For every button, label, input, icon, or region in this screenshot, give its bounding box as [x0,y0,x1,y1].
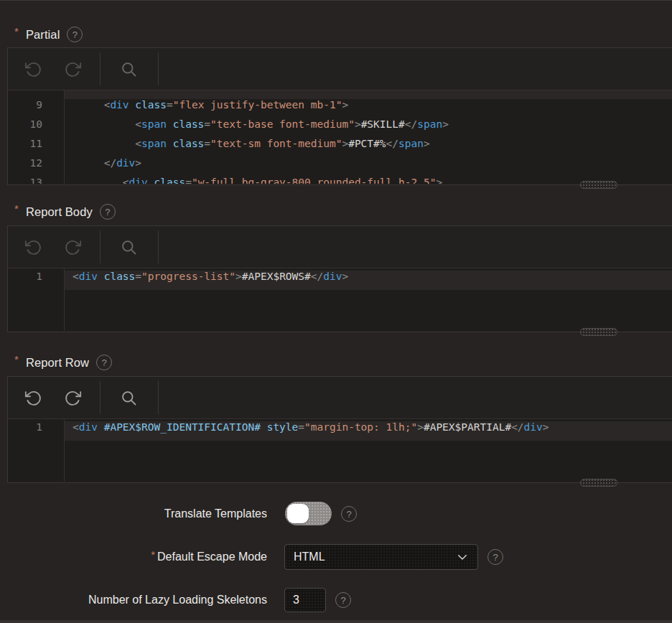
redo-button[interactable] [63,60,83,79]
line-number-gutter: 1 [8,419,65,482]
report-row-label-text: Report Row [26,356,89,370]
report-row-field-label: *Report Row ? [14,355,112,370]
redo-icon [63,388,83,408]
search-icon [119,388,139,408]
code-content[interactable]: {else/} <div class="flex justify-between… [65,90,672,184]
undo-icon [24,238,43,257]
toolbar-divider [100,381,101,414]
code-line[interactable]: </div> [65,157,672,177]
lazy-skeletons-help-button[interactable]: ? [335,592,351,608]
editor-toolbar [8,377,672,419]
redo-icon [63,238,83,257]
search-icon [119,60,139,79]
line-number: 1 [8,421,64,441]
required-marker: * [14,25,19,37]
report-body-help-button[interactable]: ? [100,204,116,220]
default-escape-mode-label-text: Default Escape Mode [157,551,267,563]
search-button[interactable] [119,238,139,257]
line-number-gutter: 1 [8,268,65,331]
report-body-field-label: *Report Body ? [14,204,116,220]
code-line[interactable]: <span class="text-sm font-medium">#PCT#%… [65,138,672,157]
undo-icon [24,60,43,79]
editor-resize-handle[interactable] [580,479,617,487]
search-icon [119,238,139,257]
required-marker: * [151,548,155,561]
redo-icon [63,60,83,79]
code-area[interactable]: 8910111213 {else/} <div class="flex just… [8,90,672,184]
editor-toolbar [8,226,672,268]
line-number: 10 [8,118,64,138]
default-escape-mode-select[interactable]: HTML [284,544,478,570]
toolbar-divider [100,230,101,263]
help-icon: ? [105,207,110,217]
help-icon: ? [346,510,351,519]
editor-toolbar [8,48,672,90]
toolbar-divider [158,52,159,85]
line-number: 13 [8,177,64,184]
redo-button[interactable] [63,238,83,257]
undo-button[interactable] [24,238,43,257]
template-editor-panel: *Partial ? 8910111213 {else/} <div class… [0,0,672,623]
toggle-knob [287,504,309,523]
partial-label-text: Partial [26,28,60,42]
report-row-code-editor: 1 <div #APEX$ROW_IDENTIFICATION# style="… [7,376,672,483]
search-button[interactable] [119,60,139,79]
line-number: 11 [8,138,64,157]
report-row-help-button[interactable]: ? [96,355,112,370]
toolbar-divider [158,230,159,263]
partial-field-label: *Partial ? [14,27,83,42]
line-number: 1 [8,271,64,290]
undo-button[interactable] [24,388,43,408]
code-line[interactable]: <div class="progress-list">#APEX$ROWS#</… [65,271,672,290]
partial-help-button[interactable]: ? [67,27,83,42]
selected-value: HTML [294,551,456,563]
code-area[interactable]: 1 <div class="progress-list">#APEX$ROWS#… [8,268,672,331]
editor-resize-handle[interactable] [580,328,617,336]
report-body-code-editor: 1 <div class="progress-list">#APEX$ROWS#… [7,225,672,332]
help-icon: ? [101,358,106,367]
lazy-skeletons-label-text: Number of Lazy Loading Skeletons [88,594,267,606]
code-content[interactable]: <div #APEX$ROW_IDENTIFICATION# style="ma… [65,419,672,482]
lazy-skeletons-input[interactable] [284,588,326,612]
toolbar-divider [158,381,159,414]
line-number: 12 [8,157,64,177]
help-icon: ? [73,30,78,39]
lazy-skeletons-label: Number of Lazy Loading Skeletons [88,594,267,606]
code-line[interactable]: <span class="text-base font-medium">#SKI… [65,118,672,138]
default-escape-mode-help-button[interactable]: ? [487,549,503,565]
code-line[interactable]: <div class="flex justify-between mb-1"> [65,99,672,118]
translate-templates-toggle[interactable] [285,502,332,525]
line-number: 8 [8,90,64,99]
code-content[interactable]: <div class="progress-list">#APEX$ROWS#</… [65,268,672,331]
search-button[interactable] [119,388,139,408]
editor-resize-handle[interactable] [580,181,617,189]
partial-code-editor: 8910111213 {else/} <div class="flex just… [7,47,672,185]
help-icon: ? [493,553,498,562]
code-area[interactable]: 1 <div #APEX$ROW_IDENTIFICATION# style="… [8,419,672,482]
translate-templates-label: Translate Templates [164,507,267,520]
undo-button[interactable] [24,60,43,79]
report-body-label-text: Report Body [26,205,93,219]
required-marker: * [14,353,19,365]
required-marker: * [14,202,19,215]
code-line[interactable]: {else/} [65,90,672,99]
default-escape-mode-label: * Default Escape Mode [151,551,267,563]
line-number: 9 [8,99,64,118]
section-divider [0,620,672,623]
toolbar-divider [100,52,101,85]
code-line[interactable]: <div #APEX$ROW_IDENTIFICATION# style="ma… [65,421,672,441]
translate-templates-label-text: Translate Templates [164,507,267,520]
help-icon: ? [340,596,345,605]
line-number-gutter: 8910111213 [8,90,65,184]
translate-templates-help-button[interactable]: ? [341,506,357,522]
redo-button[interactable] [63,388,83,408]
chevron-down-icon [456,551,469,563]
undo-icon [24,388,43,408]
